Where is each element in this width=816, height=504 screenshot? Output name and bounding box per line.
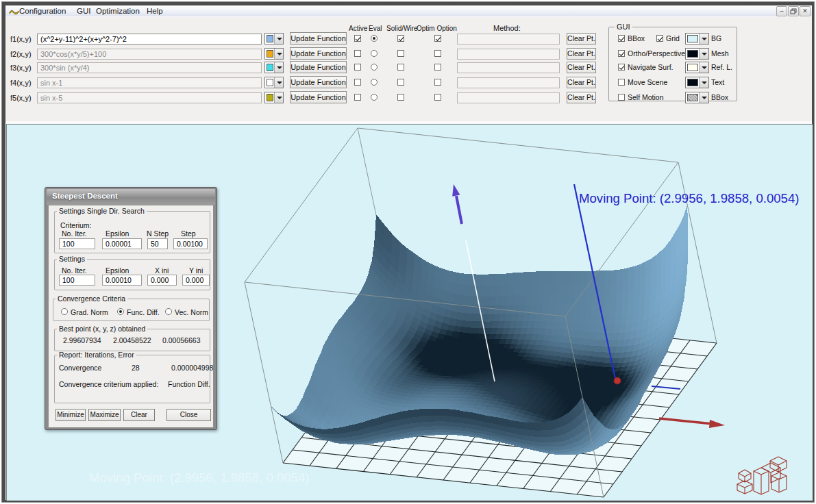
svg-text:Moving Point: (2.9956, 1.9858,: Moving Point: (2.9956, 1.9858, 0.0054) [89, 470, 309, 485]
svg-text:Moving Point: (2.9956, 1.9858,: Moving Point: (2.9956, 1.9858, 0.0054) [579, 191, 799, 205]
